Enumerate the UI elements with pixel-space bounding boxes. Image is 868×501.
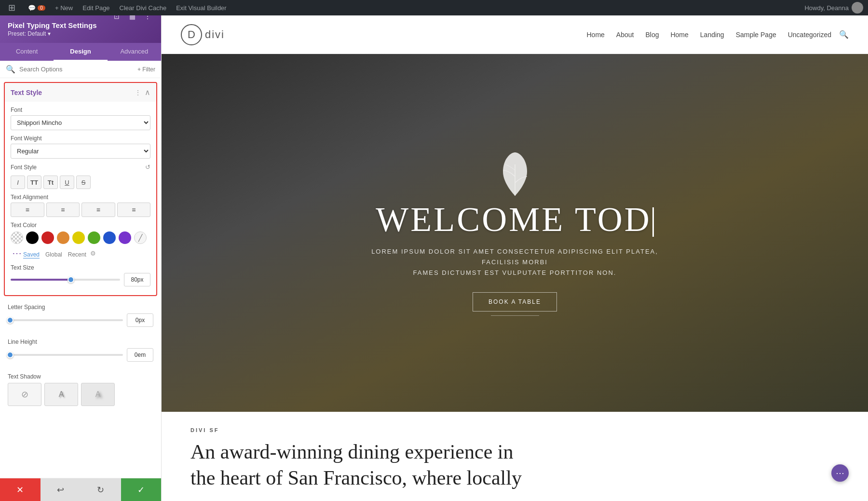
site-preview: D divi Home About Blog Home Landing Samp… xyxy=(162,15,868,501)
save-button[interactable]: ✓ xyxy=(121,478,162,501)
font-weight-select[interactable]: Regular xyxy=(11,144,150,159)
align-left-button[interactable]: ≡ xyxy=(11,203,44,217)
cancel-button[interactable]: ✕ xyxy=(0,478,41,501)
undo-button[interactable]: ↩ xyxy=(41,478,81,501)
color-transparent[interactable] xyxy=(11,231,23,244)
settings-panel: ⊡ ▦ ⋮ Pixel Typing Text Settings Preset:… xyxy=(0,15,162,501)
nav-landing[interactable]: Landing xyxy=(700,31,724,39)
nav-links: Home About Blog Home Landing Sample Page… xyxy=(586,31,831,39)
hero-title: WELCOME TOD xyxy=(376,202,653,237)
logo-circle: D xyxy=(181,24,202,45)
hero-subtitle: LOREM IPSUM DOLOR SIT AMET CONSECTETUR A… xyxy=(370,246,660,278)
text-shadow-option-1[interactable]: A xyxy=(44,383,78,406)
site-nav: D divi Home About Blog Home Landing Samp… xyxy=(162,15,868,54)
color-purple[interactable] xyxy=(119,231,131,244)
line-height-slider[interactable] xyxy=(8,354,123,356)
color-settings-icon[interactable]: ⚙ xyxy=(90,250,96,257)
nav-uncategorized[interactable]: Uncategorized xyxy=(788,31,831,39)
color-tab-saved[interactable]: Saved xyxy=(23,251,40,258)
text-size-value[interactable]: 80px xyxy=(124,273,150,286)
panel-title: Pixel Typing Text Settings xyxy=(8,21,153,29)
font-weight-label: Font Weight xyxy=(11,135,150,142)
content-brand: DIVI SF xyxy=(190,427,839,433)
color-blue[interactable] xyxy=(103,231,116,244)
filter-button[interactable]: + Filter xyxy=(137,66,155,73)
bold-alt-button[interactable]: Tt xyxy=(43,176,58,189)
wp-logo-icon[interactable]: ⊞ xyxy=(5,1,18,14)
section-body: Font Shippori Mincho Font Weight Regular… xyxy=(5,102,156,295)
panel-tabs: Content Design Advanced xyxy=(0,43,161,61)
text-shadow-label: Text Shadow xyxy=(8,373,153,380)
color-red[interactable] xyxy=(41,231,54,244)
letter-spacing-row: 0px xyxy=(8,313,153,327)
nav-about[interactable]: About xyxy=(616,31,634,39)
text-align-label: Text Alignment xyxy=(11,194,150,201)
tab-content[interactable]: Content xyxy=(0,43,54,61)
color-green[interactable] xyxy=(88,231,100,244)
nav-home2[interactable]: Home xyxy=(670,31,688,39)
nav-blog[interactable]: Blog xyxy=(645,31,659,39)
hero-leaf-icon xyxy=(496,150,534,198)
tab-advanced[interactable]: Advanced xyxy=(108,43,161,61)
strikethrough-button[interactable]: S xyxy=(76,176,91,189)
align-justify-button[interactable]: ≡ xyxy=(117,203,151,217)
text-cursor xyxy=(652,207,654,237)
text-color-section: Text Color ╱ xyxy=(11,222,150,259)
search-icon: 🔍 xyxy=(6,65,15,74)
text-size-label: Text Size xyxy=(11,264,150,271)
panel-more-icon[interactable]: ⋮ xyxy=(142,15,153,22)
wp-admin-bar: ⊞ 💬 0 + New Edit Page Clear Divi Cache E… xyxy=(0,0,868,15)
text-size-slider[interactable] xyxy=(11,279,120,281)
search-input[interactable] xyxy=(19,66,134,73)
section-header[interactable]: Text Style ⋮ ∧ xyxy=(5,83,156,102)
text-align-buttons: ≡ ≡ ≡ ≡ xyxy=(11,203,150,217)
align-right-button[interactable]: ≡ xyxy=(81,203,115,217)
hero-cta-button[interactable]: BOOK A TABLE xyxy=(473,292,557,311)
color-tab-recent[interactable]: Recent xyxy=(68,251,86,258)
panel-header: ⊡ ▦ ⋮ Pixel Typing Text Settings Preset:… xyxy=(0,15,161,43)
letter-spacing-label: Letter Spacing xyxy=(8,304,153,311)
more-colors-button[interactable]: ⋯ xyxy=(11,247,23,259)
hero-cta-line xyxy=(491,315,539,316)
nav-sample[interactable]: Sample Page xyxy=(736,31,776,39)
underline-button[interactable]: U xyxy=(60,176,74,189)
admin-bar-new[interactable]: + New xyxy=(51,0,77,15)
line-height-label: Line Height xyxy=(8,339,153,345)
section-title: Text Style xyxy=(11,89,42,96)
panel-layout-icon[interactable]: ▦ xyxy=(126,15,138,22)
panel-preset[interactable]: Preset: Default ▾ xyxy=(8,30,153,37)
line-height-value[interactable]: 0em xyxy=(127,348,153,362)
letter-spacing-value[interactable]: 0px xyxy=(127,313,153,327)
admin-bar-clear-cache[interactable]: Clear Divi Cache xyxy=(116,0,171,15)
content-heading: An award-winning dining experience in th… xyxy=(190,439,839,491)
letter-spacing-section: Letter Spacing 0px xyxy=(0,300,161,335)
admin-bar-comments[interactable]: 💬 0 xyxy=(24,0,49,15)
bold-button[interactable]: TT xyxy=(27,176,41,189)
admin-bar-exit-builder[interactable]: Exit Visual Builder xyxy=(172,0,231,15)
align-center-button[interactable]: ≡ xyxy=(46,203,80,217)
color-black[interactable] xyxy=(26,231,39,244)
font-style-reset[interactable]: ↺ xyxy=(145,163,150,171)
panel-duplicate-icon[interactable]: ⊡ xyxy=(111,15,122,22)
nav-search-icon[interactable]: 🔍 xyxy=(839,30,849,39)
hero-content: WELCOME TOD LOREM IPSUM DOLOR SIT AMET C… xyxy=(162,54,868,412)
italic-button[interactable]: I xyxy=(11,176,25,189)
font-style-label: Font Style xyxy=(11,164,142,171)
text-shadow-option-2[interactable]: A xyxy=(81,383,115,406)
font-style-row: Font Style ↺ xyxy=(11,163,150,171)
admin-bar-edit-page[interactable]: Edit Page xyxy=(79,0,113,15)
nav-home[interactable]: Home xyxy=(586,31,604,39)
eyedropper-button[interactable]: ╱ xyxy=(134,231,147,244)
panel-footer: ✕ ↩ ↻ ✓ xyxy=(0,478,161,501)
letter-spacing-slider[interactable] xyxy=(8,319,123,321)
color-orange[interactable] xyxy=(57,231,69,244)
font-label: Font xyxy=(11,107,150,113)
collapse-icon[interactable]: ∧ xyxy=(145,88,150,97)
text-shadow-none[interactable]: ⊘ xyxy=(8,383,41,406)
redo-button[interactable]: ↻ xyxy=(81,478,121,501)
color-yellow[interactable] xyxy=(72,231,85,244)
font-select[interactable]: Shippori Mincho xyxy=(11,115,150,130)
tab-design[interactable]: Design xyxy=(54,43,107,61)
color-tab-global[interactable]: Global xyxy=(45,251,62,258)
floating-widget[interactable]: ⋯ xyxy=(831,464,849,482)
